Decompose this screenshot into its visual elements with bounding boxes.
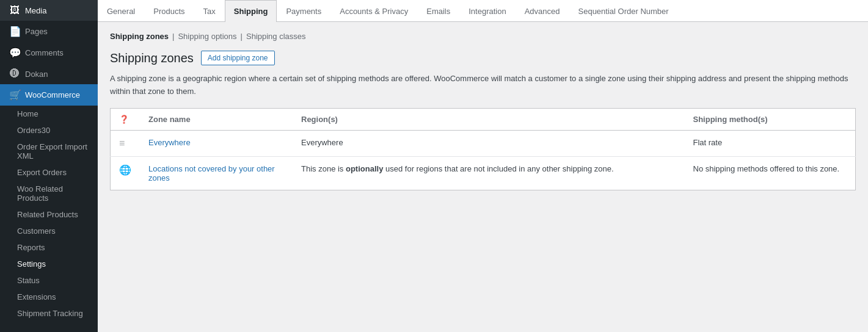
col-header-regions: Region(s): [293, 108, 685, 130]
add-shipping-zone-button[interactable]: Add shipping zone: [201, 51, 275, 65]
tab-general[interactable]: General: [98, 0, 144, 22]
region-text-everywhere: Everywhere: [301, 138, 343, 147]
col-header-zone-name: Zone name: [140, 108, 293, 130]
sidebar-item-comments[interactable]: 💬 Comments: [0, 42, 98, 63]
table-header-row: ❓ Zone name Region(s) Shipping method(s): [111, 108, 856, 130]
tab-accounts-privacy[interactable]: Accounts & Privacy: [330, 0, 417, 22]
woocommerce-icon: 🛒: [9, 89, 20, 101]
sub-nav-shipping-classes[interactable]: Shipping classes: [246, 32, 306, 41]
main-content: General Products Tax Shipping Payments A…: [98, 0, 868, 332]
sidebar-sub-item-customers[interactable]: Customers: [0, 223, 98, 239]
sidebar-item-woocommerce[interactable]: 🛒 WooCommerce: [0, 84, 98, 106]
zone-link-everywhere[interactable]: Everywhere: [148, 138, 191, 147]
region-text-before: This zone is: [301, 164, 346, 173]
sidebar-sub-item-export-orders[interactable]: Export Orders: [0, 164, 98, 181]
dokan-icon: 🅓: [9, 68, 20, 79]
sidebar-item-dokan[interactable]: 🅓 Dokan: [0, 63, 98, 84]
region-text-bold: optionally: [346, 164, 383, 173]
table-row: ≡ Everywhere Everywhere Flat rate: [111, 130, 856, 156]
pages-icon: 📄: [9, 26, 20, 37]
sidebar-sub-item-reports[interactable]: Reports: [0, 239, 98, 256]
shipping-zones-table: ❓ Zone name Region(s) Shipping method(s)…: [110, 108, 856, 190]
col-header-drag: ❓: [111, 108, 140, 130]
tabs-bar: General Products Tax Shipping Payments A…: [98, 0, 868, 22]
tab-tax[interactable]: Tax: [194, 0, 225, 22]
sidebar-sub-item-related-products[interactable]: Related Products: [0, 206, 98, 223]
region-cell-locations-not-covered: This zone is optionally used for regions…: [293, 156, 685, 190]
sub-nav-sep-2: |: [241, 32, 243, 41]
tab-emails[interactable]: Emails: [417, 0, 459, 22]
sub-nav-shipping-options[interactable]: Shipping options: [178, 32, 236, 41]
sidebar-item-pages[interactable]: 📄 Pages: [0, 21, 98, 42]
sidebar-sub-item-status[interactable]: Status: [0, 272, 98, 289]
drag-handle-icon[interactable]: ≡: [119, 138, 125, 148]
globe-icon: 🌐: [119, 165, 131, 175]
zone-link-locations-not-covered[interactable]: Locations not covered by your other zone…: [148, 164, 275, 182]
sidebar-sub-item-order-export-import[interactable]: Order Export Import XML: [0, 139, 98, 164]
section-header: Shipping zones Add shipping zone: [110, 51, 856, 65]
tab-payments[interactable]: Payments: [277, 0, 330, 22]
region-text-after: used for regions that are not included i…: [383, 164, 613, 173]
sub-nav-sep-1: |: [172, 32, 174, 41]
sidebar-sub-item-shipment-tracking[interactable]: Shipment Tracking: [0, 305, 98, 322]
sidebar: 🖼 Media 📄 Pages 💬 Comments 🅓 Dokan 🛒 Woo…: [0, 0, 98, 332]
zone-name-cell-everywhere: Everywhere: [140, 130, 293, 156]
sidebar-sub-item-home[interactable]: Home: [0, 106, 98, 122]
tab-sequential-order-number[interactable]: Sequential Order Number: [569, 0, 678, 22]
section-description: A shipping zone is a geographic region w…: [110, 73, 856, 98]
method-text-locations-not-covered: No shipping methods offered to this zone…: [693, 164, 840, 173]
drag-handle-cell: ≡: [111, 130, 140, 156]
zone-name-cell-locations-not-covered: Locations not covered by your other zone…: [140, 156, 293, 190]
col-header-methods: Shipping method(s): [685, 108, 856, 130]
region-cell-everywhere: Everywhere: [293, 130, 685, 156]
method-text-everywhere: Flat rate: [693, 138, 723, 147]
table-row: 🌐 Locations not covered by your other zo…: [111, 156, 856, 190]
comments-icon: 💬: [9, 47, 20, 59]
sub-nav-shipping-zones[interactable]: Shipping zones: [110, 32, 169, 41]
sidebar-sub-item-orders[interactable]: Orders 30: [0, 122, 98, 139]
sidebar-sub-item-extensions[interactable]: Extensions: [0, 289, 98, 305]
help-icon[interactable]: ❓: [119, 115, 129, 124]
method-cell-locations-not-covered: No shipping methods offered to this zone…: [685, 156, 856, 190]
sidebar-sub-item-woo-related-products[interactable]: Woo Related Products: [0, 181, 98, 206]
tab-integration[interactable]: Integration: [459, 0, 515, 22]
method-cell-everywhere: Flat rate: [685, 130, 856, 156]
tab-advanced[interactable]: Advanced: [516, 0, 569, 22]
section-title: Shipping zones: [110, 51, 194, 65]
sidebar-sub-item-settings[interactable]: Settings: [0, 256, 98, 272]
orders-badge: 30: [42, 126, 50, 135]
tab-shipping[interactable]: Shipping: [225, 0, 277, 22]
content-area: Shipping zones | Shipping options | Ship…: [98, 22, 868, 200]
sidebar-item-media[interactable]: 🖼 Media: [0, 0, 98, 21]
sub-navigation: Shipping zones | Shipping options | Ship…: [110, 32, 856, 41]
media-icon: 🖼: [9, 5, 20, 16]
tab-products[interactable]: Products: [144, 0, 194, 22]
globe-icon-cell: 🌐: [111, 156, 140, 190]
